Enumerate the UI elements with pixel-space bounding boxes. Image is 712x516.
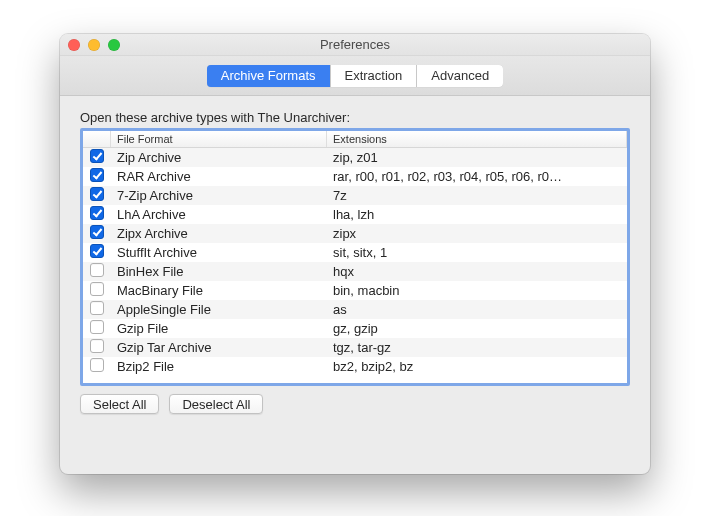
table-row[interactable]: StuffIt Archivesit, sitx, 1: [83, 243, 627, 262]
window-controls: [68, 39, 120, 51]
table-row[interactable]: BinHex Filehqx: [83, 262, 627, 281]
row-checkbox[interactable]: [90, 149, 104, 163]
row-extensions-label: rar, r00, r01, r02, r03, r04, r05, r06, …: [327, 169, 627, 184]
row-checkbox[interactable]: [90, 168, 104, 182]
content-area: Open these archive types with The Unarch…: [60, 96, 650, 432]
row-checkbox[interactable]: [90, 225, 104, 239]
preferences-window: Preferences Archive Formats Extraction A…: [60, 34, 650, 474]
table-header: File Format Extensions: [83, 131, 627, 148]
row-format-label: LhA Archive: [111, 207, 327, 222]
row-extensions-label: 7z: [327, 188, 627, 203]
table-row[interactable]: Zipx Archivezipx: [83, 224, 627, 243]
row-extensions-label: zip, z01: [327, 150, 627, 165]
row-checkbox-cell: [83, 149, 111, 166]
row-format-label: RAR Archive: [111, 169, 327, 184]
row-format-label: Gzip File: [111, 321, 327, 336]
row-extensions-label: hqx: [327, 264, 627, 279]
row-extensions-label: bz2, bzip2, bz: [327, 359, 627, 374]
row-checkbox[interactable]: [90, 263, 104, 277]
window-title: Preferences: [320, 37, 390, 52]
tab-archive-formats[interactable]: Archive Formats: [207, 65, 331, 87]
row-checkbox[interactable]: [90, 358, 104, 372]
row-checkbox-cell: [83, 263, 111, 280]
row-format-label: AppleSingle File: [111, 302, 327, 317]
button-row: Select All Deselect All: [80, 394, 630, 414]
row-checkbox[interactable]: [90, 282, 104, 296]
row-checkbox-cell: [83, 168, 111, 185]
row-checkbox-cell: [83, 301, 111, 318]
titlebar: Preferences: [60, 34, 650, 56]
table-body: Zip Archivezip, z01RAR Archiverar, r00, …: [83, 148, 627, 376]
tab-extraction[interactable]: Extraction: [331, 65, 418, 87]
row-extensions-label: bin, macbin: [327, 283, 627, 298]
row-format-label: 7-Zip Archive: [111, 188, 327, 203]
row-checkbox-cell: [83, 339, 111, 356]
close-icon[interactable]: [68, 39, 80, 51]
column-extensions[interactable]: Extensions: [327, 131, 627, 147]
table-row[interactable]: Gzip Tar Archivetgz, tar-gz: [83, 338, 627, 357]
formats-table[interactable]: File Format Extensions Zip Archivezip, z…: [80, 128, 630, 386]
table-row[interactable]: MacBinary Filebin, macbin: [83, 281, 627, 300]
deselect-all-button[interactable]: Deselect All: [169, 394, 263, 414]
tab-selector: Archive Formats Extraction Advanced: [207, 65, 503, 87]
table-row[interactable]: LhA Archivelha, lzh: [83, 205, 627, 224]
row-format-label: StuffIt Archive: [111, 245, 327, 260]
row-checkbox-cell: [83, 282, 111, 299]
minimize-icon[interactable]: [88, 39, 100, 51]
row-extensions-label: sit, sitx, 1: [327, 245, 627, 260]
row-checkbox-cell: [83, 187, 111, 204]
select-all-button[interactable]: Select All: [80, 394, 159, 414]
row-checkbox-cell: [83, 206, 111, 223]
row-checkbox[interactable]: [90, 320, 104, 334]
row-extensions-label: zipx: [327, 226, 627, 241]
column-checkbox[interactable]: [83, 131, 111, 147]
table-row[interactable]: Gzip Filegz, gzip: [83, 319, 627, 338]
table-row[interactable]: 7-Zip Archive7z: [83, 186, 627, 205]
table-row[interactable]: AppleSingle Fileas: [83, 300, 627, 319]
row-format-label: Zipx Archive: [111, 226, 327, 241]
row-checkbox[interactable]: [90, 339, 104, 353]
table-row[interactable]: Zip Archivezip, z01: [83, 148, 627, 167]
instruction-label: Open these archive types with The Unarch…: [80, 110, 630, 125]
column-file-format[interactable]: File Format: [111, 131, 327, 147]
row-checkbox[interactable]: [90, 206, 104, 220]
row-checkbox-cell: [83, 358, 111, 375]
row-checkbox-cell: [83, 225, 111, 242]
row-checkbox[interactable]: [90, 244, 104, 258]
table-row[interactable]: Bzip2 Filebz2, bzip2, bz: [83, 357, 627, 376]
row-checkbox-cell: [83, 320, 111, 337]
row-extensions-label: lha, lzh: [327, 207, 627, 222]
row-format-label: Gzip Tar Archive: [111, 340, 327, 355]
row-format-label: MacBinary File: [111, 283, 327, 298]
row-extensions-label: as: [327, 302, 627, 317]
row-format-label: Zip Archive: [111, 150, 327, 165]
row-checkbox[interactable]: [90, 187, 104, 201]
row-format-label: BinHex File: [111, 264, 327, 279]
tab-advanced[interactable]: Advanced: [417, 65, 503, 87]
table-row[interactable]: RAR Archiverar, r00, r01, r02, r03, r04,…: [83, 167, 627, 186]
row-extensions-label: gz, gzip: [327, 321, 627, 336]
row-checkbox-cell: [83, 244, 111, 261]
row-format-label: Bzip2 File: [111, 359, 327, 374]
toolbar: Archive Formats Extraction Advanced: [60, 56, 650, 96]
row-checkbox[interactable]: [90, 301, 104, 315]
row-extensions-label: tgz, tar-gz: [327, 340, 627, 355]
zoom-icon[interactable]: [108, 39, 120, 51]
